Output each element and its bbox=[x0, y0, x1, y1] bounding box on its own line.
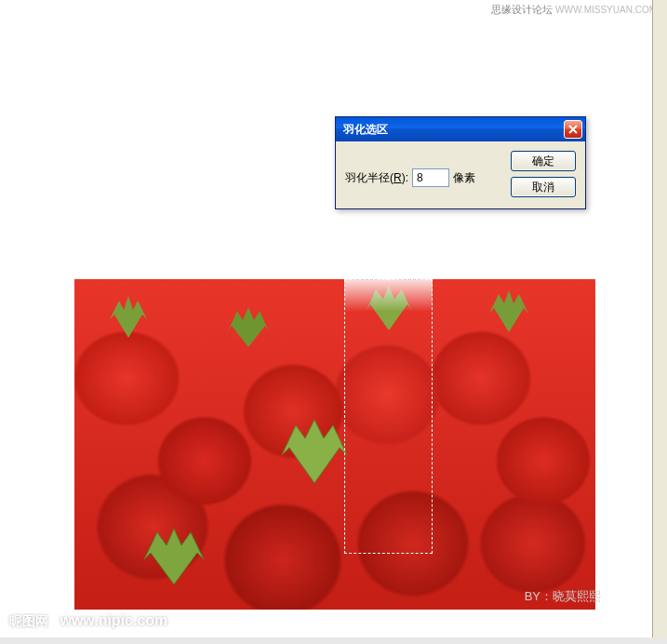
vertical-scrollbar[interactable] bbox=[652, 0, 667, 637]
feather-radius-input[interactable] bbox=[412, 168, 449, 187]
dialog-buttons: 确定 取消 bbox=[511, 151, 576, 197]
top-watermark: 思缘设计论坛 WWW.MISSYUAN.COM bbox=[491, 3, 657, 17]
workspace: 思缘设计论坛 WWW.MISSYUAN.COM bbox=[0, 0, 667, 644]
close-button[interactable] bbox=[564, 120, 582, 139]
close-icon bbox=[568, 125, 578, 134]
document-canvas[interactable]: 思缘设计论坛 WWW.MISSYUAN.COM bbox=[0, 0, 667, 637]
dialog-title: 羽化选区 bbox=[343, 122, 564, 138]
leaf-decoration bbox=[137, 527, 211, 587]
dialog-titlebar[interactable]: 羽化选区 bbox=[336, 117, 585, 141]
radius-label: 羽化半径(R): bbox=[345, 170, 408, 186]
cancel-button[interactable]: 取消 bbox=[511, 177, 576, 197]
unit-label: 像素 bbox=[453, 170, 475, 186]
bottom-watermark-cn: 昵图网 bbox=[9, 613, 48, 628]
ok-button[interactable]: 确定 bbox=[511, 151, 576, 171]
watermark-en: WWW.MISSYUAN.COM bbox=[555, 5, 657, 15]
dialog-fields: 羽化半径(R): 像素 bbox=[345, 151, 501, 197]
leaf-decoration bbox=[481, 289, 537, 336]
content-image bbox=[74, 279, 595, 610]
leaf-decoration bbox=[220, 305, 276, 352]
watermark-cn: 思缘设计论坛 bbox=[491, 4, 553, 15]
leaf-decoration bbox=[273, 418, 356, 488]
dialog-body: 羽化半径(R): 像素 确定 取消 bbox=[336, 141, 585, 207]
bottom-watermark-en: www.nipic.com bbox=[60, 612, 167, 628]
bottom-watermark: 昵图网 www.nipic.com bbox=[9, 612, 167, 630]
leaf-decoration bbox=[100, 296, 156, 342]
author-credit: BY：晓莫熙熙 bbox=[525, 588, 601, 605]
feather-selection-dialog: 羽化选区 羽化半径(R): 像素 确定 取消 bbox=[335, 116, 586, 209]
selection-feather-preview bbox=[344, 279, 433, 312]
